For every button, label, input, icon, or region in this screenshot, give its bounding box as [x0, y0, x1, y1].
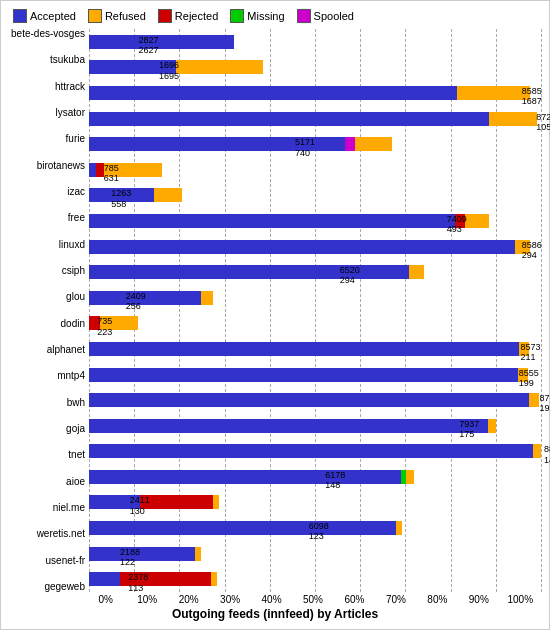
bar-label-lysator: 87281059 — [536, 112, 550, 133]
legend-accepted: Accepted — [13, 9, 76, 23]
legend-label-rejected: Rejected — [175, 10, 218, 22]
bar-row-mntp4: 8555199 — [89, 362, 541, 388]
bar-segment — [465, 214, 489, 228]
bar-row-glou: 2409256 — [89, 285, 541, 311]
legend-color-rejected — [158, 9, 172, 23]
bar-segment — [406, 470, 413, 484]
bar-segment — [140, 495, 212, 509]
bar-segment — [488, 419, 497, 433]
y-label-dodin: dodin — [9, 319, 89, 329]
bar-label-aioe: 6178148 — [325, 470, 345, 491]
bar-row-birotanews: 785631 — [89, 157, 541, 183]
bar-segment — [409, 265, 423, 279]
bar-segment — [89, 572, 120, 586]
bar-label-tsukuba: 16961695 — [159, 60, 179, 81]
x-label-80%: 80% — [417, 594, 458, 605]
bar-label-mntp4: 8555199 — [519, 368, 539, 389]
legend-label-refused: Refused — [105, 10, 146, 22]
y-label-httrack: httrack — [9, 82, 89, 92]
y-label-bete-des-vosges: bete-des-vosges — [9, 29, 89, 39]
legend-label-missing: Missing — [247, 10, 284, 22]
y-label-alphanet: alphanet — [9, 345, 89, 355]
bar-row-dodin: 735223 — [89, 311, 541, 337]
legend-rejected: Rejected — [158, 9, 218, 23]
bar-label-weretis.net: 6098123 — [309, 521, 329, 542]
bar-row-bete-des-vosges: 28272627 — [89, 29, 541, 55]
x-label-10%: 10% — [126, 594, 167, 605]
bar-row-niel.me: 2411130 — [89, 490, 541, 516]
bar-label-niel.me: 2411130 — [130, 495, 150, 516]
bar-track-niel.me: 2411130 — [89, 495, 219, 509]
x-axis-labels: 0%10%20%30%40%50%60%70%80%90%100% — [85, 592, 541, 605]
bar-row-gegeweb: 2378113 — [89, 566, 541, 592]
bar-segment — [89, 35, 234, 49]
y-label-tnet: tnet — [9, 450, 89, 460]
y-label-weretis.net: weretis.net — [9, 529, 89, 539]
x-label-40%: 40% — [251, 594, 292, 605]
y-label-mntp4: mntp4 — [9, 371, 89, 381]
bar-segment — [89, 240, 515, 254]
bar-row-aioe: 6178148 — [89, 464, 541, 490]
bar-segment — [89, 265, 409, 279]
bar-segment — [89, 393, 529, 407]
bar-segment — [457, 86, 529, 100]
bar-label-gegeweb: 2378113 — [128, 572, 148, 593]
bar-segment — [89, 470, 401, 484]
legend-color-accepted — [13, 9, 27, 23]
x-label-60%: 60% — [334, 594, 375, 605]
bar-label-usenet-fr: 2188122 — [120, 547, 140, 568]
bar-track-dodin: 735223 — [89, 316, 138, 330]
bar-track-gegeweb: 2378113 — [89, 572, 217, 586]
bar-track-mntp4: 8555199 — [89, 368, 528, 382]
bar-label-glou: 2409256 — [126, 291, 146, 312]
x-label-0%: 0% — [85, 594, 126, 605]
bar-label-csiph: 6520294 — [340, 265, 360, 286]
bar-label-httrack: 85851687 — [522, 86, 542, 107]
bar-segment — [529, 393, 539, 407]
bar-segment — [176, 60, 263, 74]
x-label-70%: 70% — [375, 594, 416, 605]
bar-track-weretis.net: 6098123 — [89, 521, 402, 535]
bar-row-izac: 1263558 — [89, 183, 541, 209]
bar-segment — [89, 547, 195, 561]
bar-label-furie: 5171740 — [295, 137, 315, 158]
y-label-birotanews: birotanews — [9, 161, 89, 171]
y-label-free: free — [9, 213, 89, 223]
y-label-aioe: aioe — [9, 477, 89, 487]
x-label-100%: 100% — [500, 594, 541, 605]
bar-row-bwh: 8761192 — [89, 387, 541, 413]
bar-row-lysator: 87281059 — [89, 106, 541, 132]
bar-track-tsukuba: 16961695 — [89, 60, 263, 74]
bar-row-csiph: 6520294 — [89, 259, 541, 285]
bar-segment — [154, 188, 183, 202]
y-label-izac: izac — [9, 187, 89, 197]
bar-track-furie: 5171740 — [89, 137, 392, 151]
bar-segment — [396, 521, 402, 535]
legend-color-spooled — [297, 9, 311, 23]
bar-segment — [89, 112, 489, 126]
bar-label-bete-des-vosges: 28272627 — [139, 35, 159, 56]
bar-segment — [89, 521, 396, 535]
bars-area: 2827262716961695858516878728105951717407… — [89, 29, 541, 592]
bar-track-linuxd: 8586294 — [89, 240, 530, 254]
bar-segment — [213, 495, 220, 509]
legend: Accepted Refused Rejected Missing Spoole… — [5, 5, 545, 29]
x-title: Outgoing feeds (innfeed) by Articles — [5, 605, 545, 625]
bar-segment — [96, 163, 103, 177]
y-label-niel.me: niel.me — [9, 503, 89, 513]
bar-track-usenet-fr: 2188122 — [89, 547, 201, 561]
bar-segment — [201, 291, 213, 305]
bar-label-linuxd: 8586294 — [522, 240, 542, 261]
y-label-gegeweb: gegeweb — [9, 582, 89, 592]
y-label-glou: glou — [9, 292, 89, 302]
bar-track-httrack: 85851687 — [89, 86, 530, 100]
bar-track-glou: 2409256 — [89, 291, 213, 305]
y-label-linuxd: linuxd — [9, 240, 89, 250]
y-label-tsukuba: tsukuba — [9, 55, 89, 65]
bar-label-izac: 1263558 — [111, 188, 131, 209]
bar-segment — [489, 112, 537, 126]
legend-refused: Refused — [88, 9, 146, 23]
y-label-lysator: lysator — [9, 108, 89, 118]
legend-spooled: Spooled — [297, 9, 354, 23]
bar-track-izac: 1263558 — [89, 188, 182, 202]
